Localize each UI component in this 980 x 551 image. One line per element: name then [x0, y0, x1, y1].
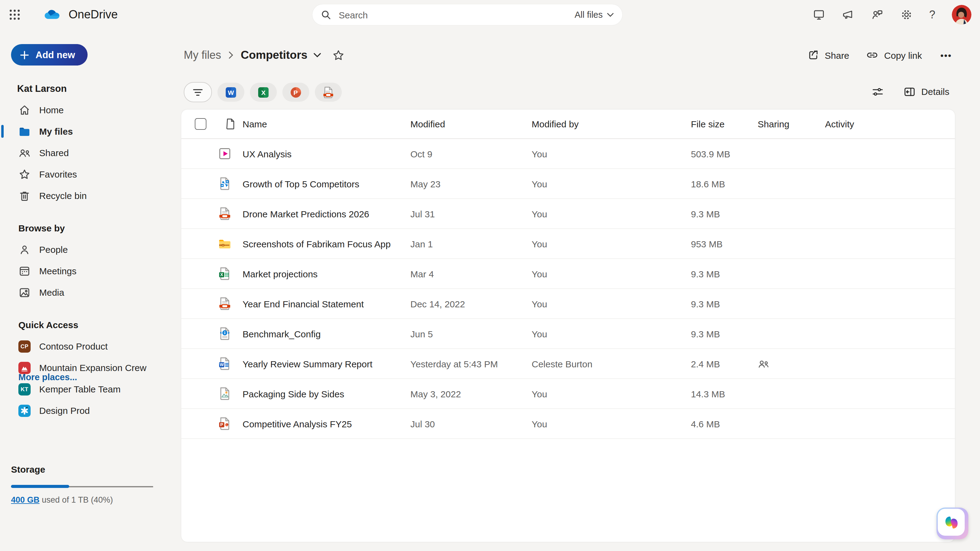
breadcrumb-chevron-icon	[229, 51, 233, 59]
feedback-person-icon[interactable]	[871, 9, 884, 21]
sidebar: Add new Kat Larson Home My files	[0, 29, 181, 551]
table-row[interactable]: Benchmark_Config Jun 5 You 9.3 MB	[181, 319, 955, 349]
column-header-modified-by[interactable]: Modified by	[531, 119, 691, 129]
storage-section: Storage 400 GB used of 1 TB (40%)	[11, 464, 157, 505]
file-name: UX Analysis	[243, 148, 410, 159]
trash-icon	[18, 189, 30, 202]
add-new-button[interactable]: Add new	[11, 44, 87, 65]
sidebar-item-design-prod[interactable]: Design Prod	[0, 400, 181, 421]
table-row[interactable]: Year End Financial Statement Dec 14, 202…	[181, 289, 955, 319]
person-icon	[18, 243, 30, 256]
table-row[interactable]: X Market projections Mar 4 You 9.3 MB	[181, 259, 955, 289]
table-row[interactable]: UX Analysis Oct 9 You 503.9 MB	[181, 139, 955, 169]
home-icon	[18, 104, 30, 116]
details-button[interactable]: Details	[900, 85, 953, 98]
file-name: Year End Financial Statement	[243, 299, 410, 309]
svg-text:W: W	[220, 362, 224, 367]
storage-bar	[11, 485, 157, 488]
sort-options-icon[interactable]	[872, 86, 884, 98]
link-icon	[865, 49, 879, 61]
column-header-file-size[interactable]: File size	[691, 119, 758, 129]
filter-pdf-chip[interactable]	[315, 83, 342, 102]
file-modified: Oct 9	[410, 148, 531, 159]
folder-icon	[18, 125, 30, 137]
media-document-icon	[218, 207, 232, 221]
copilot-button[interactable]	[937, 508, 968, 539]
filter-excel-chip[interactable]: X	[250, 83, 277, 102]
excel-file-icon: X	[218, 267, 232, 280]
sidebar-item-recycle-bin[interactable]: Recycle bin	[0, 185, 181, 206]
folder-actions: Share Copy link •••	[807, 44, 954, 66]
onedrive-brand[interactable]: OneDrive	[44, 8, 118, 21]
file-modified-by: Celeste Burton	[531, 359, 691, 369]
sidebar-item-meetings[interactable]: Meetings	[0, 260, 181, 282]
file-name: Yearly Review Summary Report	[243, 359, 410, 369]
select-all-checkbox[interactable]	[195, 118, 207, 130]
share-button[interactable]: Share	[807, 49, 849, 61]
app-launcher-icon[interactable]	[0, 0, 29, 29]
table-row[interactable]: W Yearly Review Summary Report Yesterday…	[181, 349, 955, 379]
sidebar-item-shared[interactable]: Shared	[0, 142, 181, 164]
filter-word-chip[interactable]: W	[218, 83, 244, 102]
more-places-link[interactable]: More places...	[18, 372, 77, 382]
storage-used-link[interactable]: 400 GB	[11, 495, 40, 505]
excel-icon: X	[257, 86, 269, 98]
file-size: 14.3 MB	[691, 389, 758, 399]
sidebar-item-contoso-product[interactable]: CP Contoso Product	[0, 335, 181, 357]
file-list-card: Name Modified Modified by File size Shar…	[181, 110, 955, 542]
sidebar-item-people[interactable]: People	[0, 239, 181, 260]
table-row[interactable]: Packaging Side by Sides May 3, 2022 You …	[181, 379, 955, 409]
column-header-modified[interactable]: Modified	[410, 119, 531, 129]
sidebar-item-home[interactable]: Home	[0, 99, 181, 121]
search-box[interactable]: All files	[312, 4, 622, 25]
filter-icon[interactable]	[184, 82, 212, 102]
more-actions-button[interactable]: •••	[938, 50, 954, 60]
screen-icon[interactable]	[813, 9, 825, 21]
breadcrumb-my-files[interactable]: My files	[184, 49, 221, 62]
user-name: Kat Larson	[17, 83, 67, 94]
table-row[interactable]: P Competitive Analysis FY25 Jul 30 You 4…	[181, 409, 955, 439]
file-modified-by: You	[531, 418, 691, 429]
file-name: Drone Market Predictions 2026	[243, 208, 410, 219]
file-size: 953 MB	[691, 238, 758, 249]
file-size: 503.9 MB	[691, 148, 758, 159]
file-size: 9.3 MB	[691, 299, 758, 309]
file-modified: Yesterday at 5:43 PM	[410, 359, 531, 369]
sidebar-item-favorites[interactable]: Favorites	[0, 164, 181, 185]
file-modified: May 23	[410, 178, 531, 189]
file-type-column-icon[interactable]	[218, 118, 243, 130]
file-modified-by: You	[531, 238, 691, 249]
breadcrumb: My files Competitors	[184, 44, 345, 66]
column-header-name[interactable]: Name	[243, 119, 410, 129]
table-row[interactable]: Drone Market Predictions 2026 Jul 31 You…	[181, 199, 955, 229]
sidebar-item-media[interactable]: Media	[0, 282, 181, 303]
top-bar: OneDrive All files	[0, 0, 980, 29]
pdf-icon	[322, 86, 334, 99]
svg-text:W: W	[228, 89, 234, 96]
favorite-star-icon[interactable]	[332, 49, 345, 62]
copy-link-button[interactable]: Copy link	[865, 49, 922, 61]
flower-icon	[18, 404, 30, 417]
file-modified: Jul 31	[410, 208, 531, 219]
topbar-actions: ?	[813, 0, 971, 29]
avatar[interactable]	[952, 5, 971, 24]
file-modified-by: You	[531, 299, 691, 309]
column-header-activity[interactable]: Activity	[825, 119, 955, 129]
file-modified: Jul 30	[410, 418, 531, 429]
filter-powerpoint-chip[interactable]: P	[282, 83, 309, 102]
help-icon[interactable]: ?	[929, 8, 935, 21]
sidebar-item-my-files[interactable]: My files	[0, 121, 181, 142]
table-row[interactable]: Screenshots of Fabrikam Focus App Jan 1 …	[181, 229, 955, 259]
breadcrumb-current-folder[interactable]: Competitors	[241, 48, 321, 62]
settings-gear-icon[interactable]	[900, 9, 913, 21]
file-size: 9.3 MB	[691, 208, 758, 219]
file-modified-by: You	[531, 148, 691, 159]
search-scope-dropdown[interactable]: All files	[574, 10, 614, 20]
table-row[interactable]: Growth of Top 5 Competitors May 23 You 1…	[181, 169, 955, 199]
table-header: Name Modified Modified by File size Shar…	[181, 110, 955, 139]
megaphone-icon[interactable]	[842, 9, 854, 21]
view-controls: Details	[872, 82, 953, 101]
column-header-sharing[interactable]: Sharing	[758, 119, 825, 129]
search-input[interactable]	[337, 9, 574, 21]
file-modified-by: You	[531, 268, 691, 279]
